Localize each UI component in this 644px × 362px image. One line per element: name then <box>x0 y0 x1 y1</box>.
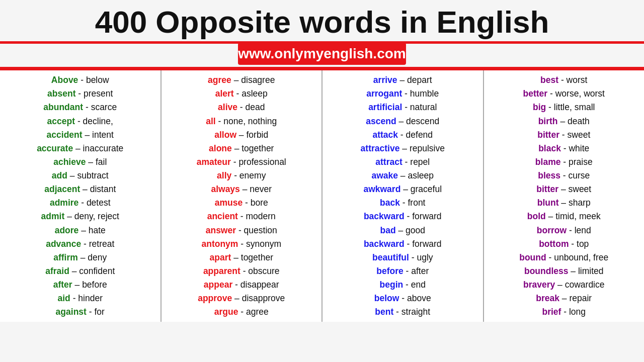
word-opposite: never <box>250 184 272 194</box>
list-item: beautiful - ugly <box>328 251 478 264</box>
word-primary: absent <box>47 88 75 99</box>
word-opposite: scarce <box>91 102 117 112</box>
word-primary: backward <box>364 239 405 249</box>
list-item: against - for <box>5 305 155 319</box>
list-item: accurate – inaccurate <box>5 142 155 155</box>
word-separator: – <box>398 170 408 180</box>
word-primary: amuse <box>215 198 243 208</box>
word-opposite: present <box>84 88 113 99</box>
word-primary: achieve <box>53 157 86 167</box>
word-opposite: asleep <box>242 88 268 99</box>
word-separator: - <box>231 170 239 180</box>
list-item: boundless – limited <box>489 264 639 278</box>
list-item: apparent - obscure <box>167 264 317 278</box>
word-separator: – <box>69 266 79 276</box>
word-primary: attract <box>375 157 403 167</box>
word-separator: – <box>86 157 95 167</box>
word-primary: brief <box>542 307 561 317</box>
word-separator: - <box>238 239 246 249</box>
word-separator: - <box>402 102 410 112</box>
word-opposite: good <box>406 225 425 235</box>
word-separator: - <box>561 307 569 317</box>
word-primary: affirm <box>53 252 78 262</box>
word-primary: arrive <box>373 75 397 85</box>
word-opposite: long <box>569 307 586 317</box>
word-separator: - <box>81 239 89 249</box>
word-separator: – <box>78 252 88 262</box>
list-item: artificial - natural <box>328 101 478 114</box>
list-item: attack - defend <box>328 128 478 142</box>
word-separator: – <box>80 184 90 194</box>
list-item: accept - decline, <box>5 115 155 128</box>
word-opposite: dead <box>246 102 265 112</box>
word-separator: – <box>399 143 409 153</box>
list-item: begin - end <box>328 278 478 292</box>
main-title: 400 Opposite words in English <box>10 5 634 39</box>
list-item: arrogant - humble <box>328 87 478 101</box>
word-separator: - <box>75 88 84 99</box>
column-1: Above - belowabsent - presentabundant - … <box>0 70 162 322</box>
word-opposite: retreat <box>89 239 115 249</box>
word-separator: - <box>546 252 554 262</box>
word-opposite: lend <box>575 225 591 235</box>
list-item: ally - enemy <box>167 169 317 183</box>
word-primary: back <box>380 198 400 208</box>
list-item: admit – deny, reject <box>5 210 155 223</box>
word-columns: Above - belowabsent - presentabundant - … <box>0 69 644 322</box>
word-opposite: disapprove <box>242 293 285 303</box>
word-primary: boundless <box>524 266 569 276</box>
word-separator: - <box>238 307 246 317</box>
word-opposite: descend <box>406 116 439 126</box>
word-opposite: asleep <box>408 170 434 180</box>
word-opposite: fail <box>96 157 107 167</box>
word-primary: attack <box>372 130 398 140</box>
list-item: backward - forward <box>328 237 478 251</box>
word-opposite: ugly <box>417 252 433 262</box>
list-item: apart – together <box>167 251 317 264</box>
word-primary: ally <box>217 170 231 180</box>
list-item: big - little, small <box>489 101 639 114</box>
word-primary: better <box>523 88 548 99</box>
word-separator: - <box>83 102 91 112</box>
word-separator: - <box>78 75 86 85</box>
word-opposite: modern <box>246 211 276 221</box>
list-item: alive - dead <box>167 101 317 114</box>
word-separator: - <box>243 198 251 208</box>
word-opposite: for <box>94 307 104 317</box>
word-separator: – <box>555 280 565 290</box>
word-primary: bad <box>380 225 395 235</box>
list-item: attractive – repulsive <box>328 142 478 155</box>
word-primary: break <box>536 293 559 303</box>
word-separator: – <box>231 252 240 262</box>
word-primary: blunt <box>537 198 559 208</box>
list-item: ascend – descend <box>328 115 478 128</box>
word-primary: attractive <box>361 143 400 153</box>
word-opposite: hinder <box>78 293 103 303</box>
word-opposite: subtract <box>77 170 108 180</box>
word-primary: accurate <box>37 143 73 153</box>
column-4: best - worstbetter - worse, worstbig - l… <box>484 70 645 322</box>
word-opposite: deny <box>88 252 107 262</box>
word-separator: – <box>240 184 250 194</box>
word-primary: adjacent <box>44 184 80 194</box>
word-opposite: forbid <box>246 130 268 140</box>
list-item: accident – intent <box>5 128 155 142</box>
word-separator: - <box>402 88 410 99</box>
word-separator: - <box>398 130 406 140</box>
word-opposite: depart <box>407 75 432 85</box>
list-item: adjacent – distant <box>5 183 155 196</box>
list-item: admire - detest <box>5 196 155 210</box>
word-primary: artificial <box>368 102 402 112</box>
word-separator: – <box>232 293 242 303</box>
list-item: below - above <box>328 292 478 305</box>
word-separator: - <box>240 266 249 276</box>
word-primary: abundant <box>43 102 83 112</box>
word-primary: always <box>211 184 239 194</box>
list-item: blame - praise <box>489 155 639 169</box>
list-item: bless - curse <box>489 169 639 183</box>
word-primary: bless <box>538 170 560 180</box>
list-item: bad – good <box>328 224 478 237</box>
word-separator: - <box>547 88 555 99</box>
word-separator: - <box>403 280 411 290</box>
word-primary: all <box>206 116 215 126</box>
